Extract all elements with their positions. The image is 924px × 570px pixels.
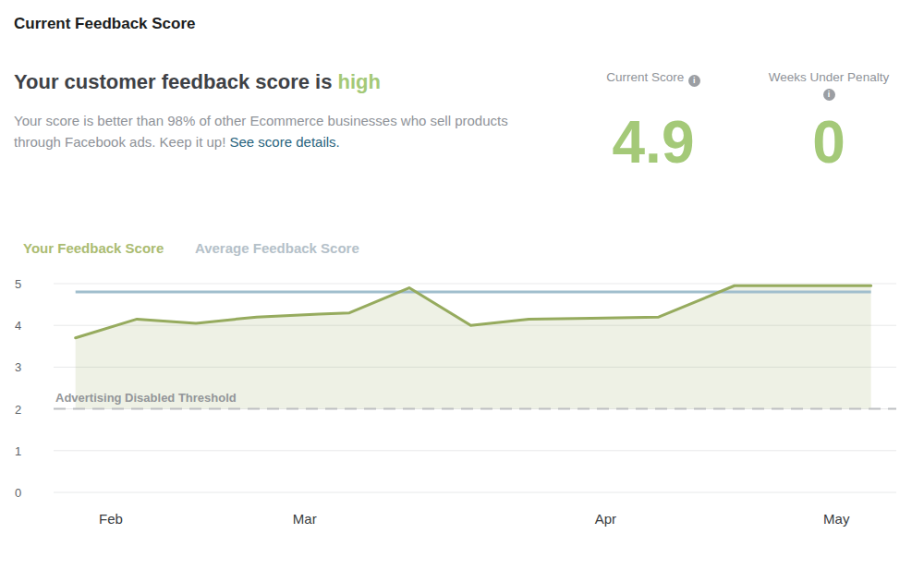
chart-legend: Your Feedback Score Average Feedback Sco… bbox=[23, 240, 359, 256]
headline-status: high bbox=[338, 70, 381, 93]
feedback-score-chart-svg: 012345FebMarAprMayAdvertising Disabled T… bbox=[15, 273, 902, 540]
y-tick-label: 0 bbox=[15, 486, 21, 500]
weeks-under-penalty-value: 0 bbox=[750, 113, 907, 172]
y-tick-label: 4 bbox=[15, 319, 21, 333]
feedback-score-chart: 012345FebMarAprMayAdvertising Disabled T… bbox=[15, 273, 902, 540]
y-tick-label: 5 bbox=[15, 277, 21, 291]
x-tick-label: Mar bbox=[293, 511, 317, 527]
headline: Your customer feedback score is high bbox=[14, 70, 381, 94]
y-tick-label: 2 bbox=[15, 403, 21, 417]
current-score-value: 4.9 bbox=[575, 113, 732, 172]
y-tick-label: 1 bbox=[15, 444, 21, 458]
headline-prefix: Your customer feedback score is bbox=[14, 70, 332, 93]
weeks-under-penalty-info-icon[interactable]: i bbox=[823, 89, 835, 101]
feedback-score-page: Current Feedback Score Your customer fee… bbox=[0, 0, 924, 570]
page-title: Current Feedback Score bbox=[14, 15, 196, 33]
description: Your score is better than 98% of other E… bbox=[14, 110, 531, 152]
current-score-label: Current Score bbox=[606, 70, 684, 84]
weeks-under-penalty-stat: Weeks Under Penalty i 0 bbox=[750, 68, 907, 172]
legend-average-feedback-score[interactable]: Average Feedback Score bbox=[195, 240, 359, 256]
y-tick-label: 3 bbox=[15, 360, 21, 374]
current-score-stat: Current Score i 4.9 bbox=[575, 68, 732, 172]
x-tick-label: May bbox=[823, 511, 850, 527]
x-tick-label: Apr bbox=[595, 511, 616, 527]
current-score-info-icon[interactable]: i bbox=[688, 75, 700, 87]
see-score-details-link[interactable]: See score details. bbox=[230, 134, 340, 150]
advertising-disabled-threshold-label: Advertising Disabled Threshold bbox=[55, 391, 237, 405]
weeks-under-penalty-label: Weeks Under Penalty bbox=[769, 70, 889, 84]
x-tick-label: Feb bbox=[99, 511, 123, 527]
legend-your-feedback-score[interactable]: Your Feedback Score bbox=[23, 240, 164, 256]
